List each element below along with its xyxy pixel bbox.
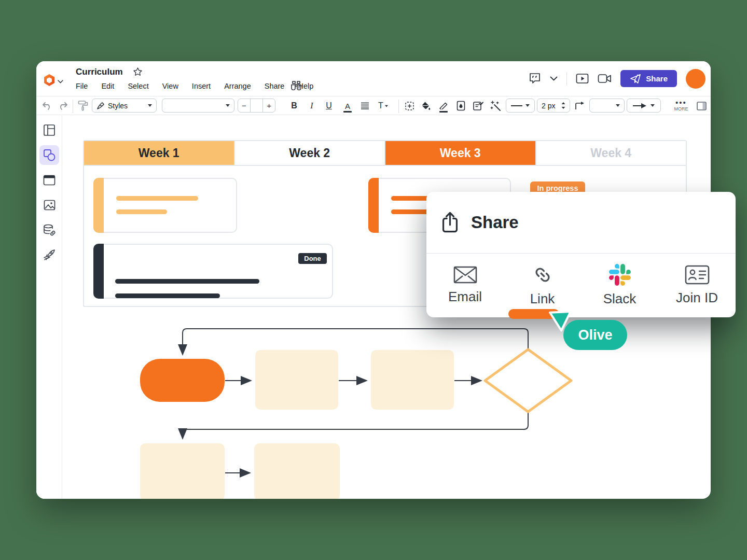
flow-process-shape-3[interactable]: [140, 443, 225, 499]
caret-down-icon: [525, 104, 530, 107]
share-option-join-id[interactable]: Join ID: [658, 254, 736, 317]
image-icon: [44, 200, 56, 211]
menu-select[interactable]: Select: [128, 82, 148, 90]
more-button[interactable]: ••• MORE: [670, 96, 692, 115]
rail-item-more-shapes[interactable]: [39, 245, 59, 264]
caret-down-icon: [651, 104, 655, 107]
text-color-button[interactable]: A: [341, 96, 354, 115]
increase-font-button[interactable]: +: [262, 99, 275, 112]
menu-insert[interactable]: Insert: [192, 82, 211, 90]
position-button[interactable]: [402, 96, 417, 115]
logo-chevron-icon[interactable]: [58, 80, 63, 83]
format-painter-button[interactable]: [76, 96, 90, 115]
panel-toggle-icon: [697, 102, 707, 110]
rail-item-data[interactable]: [39, 220, 59, 240]
flow-process-shape-4[interactable]: [254, 443, 340, 499]
menu-share[interactable]: Share: [265, 82, 285, 90]
undo-button[interactable]: [40, 96, 54, 115]
underline-button[interactable]: U: [322, 96, 336, 115]
menubar: File Edit Select View Insert Arrange Sha…: [76, 82, 313, 90]
magic-wand-icon: [490, 101, 501, 111]
user-avatar[interactable]: [686, 69, 706, 89]
menu-arrange[interactable]: Arrange: [224, 82, 251, 90]
undo-icon: [43, 103, 49, 109]
caret-down-icon: [385, 105, 388, 107]
panel-toggle-button[interactable]: [694, 96, 709, 115]
share-option-label: Join ID: [676, 290, 718, 306]
line-color-button[interactable]: [436, 96, 451, 115]
lucid-logo-icon[interactable]: [43, 74, 56, 87]
caret-down-icon: [616, 104, 620, 107]
slack-icon: [609, 264, 631, 286]
share-button[interactable]: Share: [620, 70, 677, 87]
font-dropdown[interactable]: [162, 99, 234, 113]
week2-header[interactable]: Week 2: [235, 141, 386, 165]
arrow-style-icon: [633, 103, 646, 108]
flow-decision-diamond[interactable]: [485, 349, 571, 412]
menu-edit[interactable]: Edit: [101, 82, 114, 90]
redo-button[interactable]: [56, 96, 70, 115]
arrow-style-dropdown[interactable]: [627, 99, 661, 113]
rail-item-shapes[interactable]: [39, 145, 59, 165]
italic-button[interactable]: I: [305, 96, 319, 115]
flow-process-shape-1[interactable]: [255, 350, 338, 410]
line-width-stepper[interactable]: 2 px: [537, 99, 570, 113]
paint-roller-icon: [78, 100, 89, 111]
align-button[interactable]: [358, 96, 371, 115]
link-icon: [532, 264, 554, 286]
task-card-week1[interactable]: [93, 178, 237, 233]
share-option-slack[interactable]: Slack: [581, 254, 658, 317]
video-camera-icon[interactable]: [598, 74, 612, 83]
week3-header[interactable]: Week 3: [385, 141, 536, 165]
decrease-font-button[interactable]: −: [238, 99, 251, 112]
titlebar: Curriculum File Edit Select View Insert …: [36, 61, 711, 96]
format-toolbar: Styles − + B I U A T: [36, 96, 711, 115]
font-size-value[interactable]: [251, 99, 263, 112]
pencil-icon: [439, 102, 448, 109]
text-options-button[interactable]: T: [376, 96, 391, 115]
connector-type-button[interactable]: [573, 96, 587, 115]
rail-item-image[interactable]: [39, 195, 59, 215]
connector-loop-top[interactable]: [183, 329, 528, 354]
id-card-icon: [685, 265, 710, 285]
shadow-button[interactable]: [453, 96, 468, 115]
connector-style-dropdown[interactable]: [589, 99, 625, 113]
share-option-label: Email: [448, 289, 482, 305]
data-link-icon: [43, 224, 56, 236]
rail-item-frame[interactable]: [39, 170, 59, 190]
skeleton-line: [115, 293, 220, 298]
comments-icon[interactable]: [529, 73, 541, 85]
align-justify-icon: [361, 103, 369, 109]
document-title[interactable]: Curriculum: [76, 67, 123, 77]
divider: [566, 72, 567, 86]
task-card-done[interactable]: Done: [93, 244, 333, 299]
week1-header[interactable]: Week 1: [84, 141, 235, 165]
present-icon[interactable]: [576, 73, 589, 84]
bold-button[interactable]: B: [287, 96, 301, 115]
shape-rail: [36, 116, 62, 499]
flow-start-shape[interactable]: [140, 359, 225, 402]
menu-file[interactable]: File: [76, 82, 88, 90]
font-size-stepper[interactable]: − +: [238, 99, 275, 113]
flow-process-shape-2[interactable]: [371, 350, 454, 410]
week4-header[interactable]: Week 4: [536, 141, 686, 165]
paper-plane-icon: [630, 74, 641, 84]
elbow-connector-icon: [575, 102, 585, 110]
notes-button[interactable]: [470, 96, 486, 115]
connector-loop-bottom[interactable]: [183, 412, 528, 438]
rail-item-layout[interactable]: [39, 120, 59, 140]
find-binoculars-icon[interactable]: [290, 80, 302, 90]
shadow-page-icon: [457, 101, 465, 111]
week-header-row: Week 1 Week 2 Week 3 Week 4: [84, 141, 686, 166]
share-option-email[interactable]: Email: [426, 254, 504, 317]
magic-button[interactable]: [488, 96, 503, 115]
share-export-icon: [440, 211, 460, 234]
line-style-dropdown[interactable]: [506, 99, 535, 113]
menu-view[interactable]: View: [162, 82, 178, 90]
styles-dropdown[interactable]: Styles: [92, 99, 157, 113]
share-modal-header: Share: [426, 192, 736, 253]
fill-color-button[interactable]: [418, 96, 434, 115]
chevron-down-icon[interactable]: [550, 76, 558, 81]
favorite-star-icon[interactable]: [133, 67, 143, 77]
collaborator-name-pill: Olive: [563, 320, 627, 350]
